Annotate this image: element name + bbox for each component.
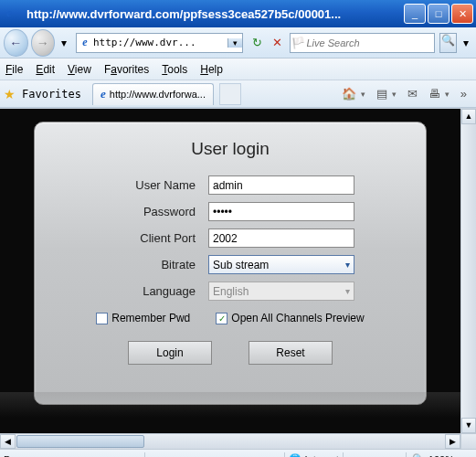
chevron-down-icon[interactable]: ▾ — [392, 90, 397, 99]
language-label: Language — [35, 284, 208, 298]
more-tools-icon[interactable]: » — [460, 87, 467, 101]
search-button[interactable]: 🔍 — [439, 33, 458, 53]
minimize-button[interactable]: _ — [404, 4, 426, 24]
refresh-button[interactable]: ↻ — [249, 33, 266, 53]
client-port-input[interactable] — [208, 228, 354, 248]
ie-icon: e — [6, 5, 23, 22]
close-button[interactable]: ✕ — [451, 4, 473, 24]
password-label: Password — [35, 205, 208, 218]
command-bar: 🏠▾ ▤▾ ✉ 🖶▾ » — [342, 87, 472, 101]
search-input[interactable] — [307, 34, 434, 52]
rss-icon[interactable]: ▤ — [376, 87, 387, 101]
home-icon[interactable]: 🏠 — [342, 87, 356, 101]
address-dropdown[interactable]: ▾ — [227, 38, 242, 48]
zoom-level: 100% — [428, 454, 454, 458]
scroll-left-button[interactable]: ◀ — [0, 434, 16, 449]
nav-toolbar: ← → ▾ e ▾ ↻ ✕ 🏳️ 🔍 ▾ — [0, 27, 476, 58]
tab-label: http://www.dvrforwa... — [110, 89, 206, 100]
favorites-button[interactable]: Favorites — [22, 88, 81, 101]
menu-view[interactable]: View — [68, 63, 91, 76]
forward-button[interactable]: → — [31, 29, 56, 57]
address-bar[interactable]: e ▾ — [76, 33, 243, 53]
scroll-thumb[interactable] — [16, 435, 144, 448]
password-input[interactable] — [208, 202, 354, 221]
new-tab-button[interactable] — [219, 83, 241, 105]
vertical-scrollbar[interactable]: ▲ ▼ — [460, 109, 476, 433]
bitrate-label: Bitrate — [35, 258, 208, 271]
favorites-bar: ★ Favorites e http://www.dvrforwa... 🏠▾ … — [0, 80, 476, 108]
bitrate-value: Sub stream — [213, 259, 269, 271]
search-box[interactable]: 🏳️ — [290, 33, 435, 53]
page-icon: e — [77, 36, 93, 49]
status-bar: Done 🌐 Internet 🔍 100% ▾ — [0, 449, 476, 457]
login-panel: User login User Name Password Client Por… — [34, 122, 427, 405]
menu-tools[interactable]: Tools — [162, 63, 187, 76]
print-icon[interactable]: 🖶 — [428, 87, 440, 101]
menu-edit[interactable]: Edit — [36, 63, 55, 76]
mail-icon[interactable]: ✉ — [407, 87, 418, 101]
scroll-track[interactable] — [145, 434, 445, 449]
login-button[interactable]: Login — [128, 341, 212, 365]
recent-dropdown-icon[interactable]: ▾ — [58, 36, 70, 50]
bitrate-select[interactable]: Sub stream ▾ — [208, 255, 354, 274]
login-title: User login — [35, 139, 426, 159]
search-provider-icon: 🏳️ — [291, 37, 307, 49]
chevron-down-icon[interactable]: ▾ — [445, 90, 450, 99]
maximize-button[interactable]: □ — [428, 4, 450, 24]
tab-icon: e — [100, 87, 106, 101]
open-all-checkbox[interactable]: ✓ — [216, 313, 227, 324]
menu-help[interactable]: Help — [200, 63, 223, 76]
chevron-down-icon: ▾ — [345, 286, 350, 296]
username-label: User Name — [35, 178, 208, 192]
menu-file[interactable]: FFileile — [5, 63, 23, 76]
favorites-star-icon[interactable]: ★ — [4, 87, 18, 101]
search-dropdown-icon[interactable]: ▾ — [460, 36, 472, 50]
scroll-up-button[interactable]: ▲ — [461, 109, 476, 124]
menu-bar: FFileile Edit View Favorites Tools Help — [0, 58, 476, 80]
chevron-down-icon: ▾ — [345, 260, 350, 270]
security-zone-label: Internet — [305, 454, 339, 458]
menu-favorites[interactable]: Favorites — [104, 63, 149, 76]
language-value: English — [213, 285, 249, 298]
window-titlebar: e http://www.dvrforward.com/ppfsess3cea5… — [0, 0, 476, 27]
zoom-icon[interactable]: 🔍 — [410, 453, 427, 457]
reset-button[interactable]: Reset — [249, 341, 333, 365]
zoom-dropdown[interactable]: ▾ — [456, 453, 472, 457]
address-input[interactable] — [93, 34, 227, 52]
language-select: English ▾ — [208, 282, 354, 301]
client-port-label: Client Port — [35, 231, 208, 245]
stop-button[interactable]: ✕ — [269, 33, 286, 53]
status-text: Done — [4, 454, 141, 458]
username-input[interactable] — [208, 175, 354, 195]
page-viewport: User login User Name Password Client Por… — [0, 108, 476, 433]
horizontal-scrollbar[interactable]: ◀ ▶ — [0, 433, 476, 449]
scroll-corner — [460, 434, 476, 449]
window-title: http://www.dvrforward.com/ppfsess3cea527… — [26, 7, 404, 21]
scroll-down-button[interactable]: ▼ — [461, 418, 476, 433]
panel-reflection — [0, 392, 460, 418]
page-background: User login User Name Password Client Por… — [0, 109, 460, 433]
globe-icon: 🌐 — [289, 453, 301, 457]
chevron-down-icon[interactable]: ▾ — [361, 90, 365, 99]
scroll-right-button[interactable]: ▶ — [445, 434, 460, 449]
remember-pwd-checkbox[interactable] — [96, 313, 108, 324]
browser-tab[interactable]: e http://www.dvrforwa... — [92, 83, 214, 105]
remember-pwd-label: Remember Pwd — [111, 312, 190, 324]
open-all-label: Open All Channels Preview — [231, 312, 364, 324]
back-button[interactable]: ← — [4, 29, 28, 57]
